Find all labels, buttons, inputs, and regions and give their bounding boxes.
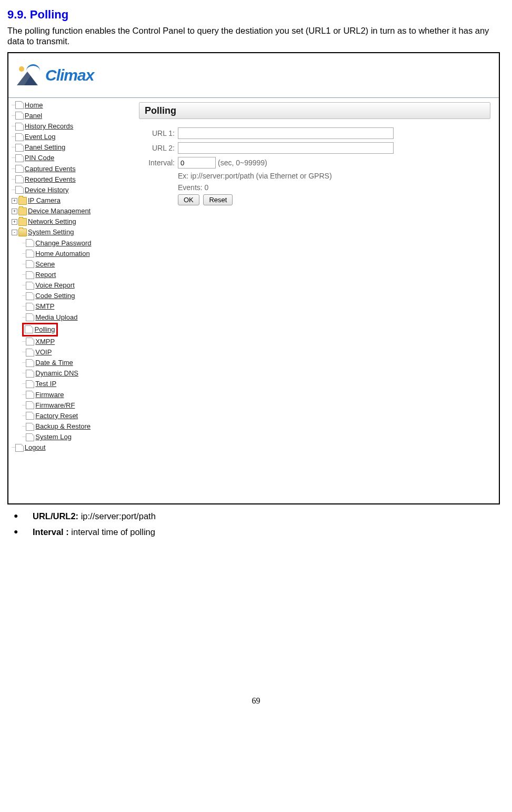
nav-code-setting[interactable]: Code Setting bbox=[35, 291, 75, 301]
page-icon bbox=[26, 349, 34, 357]
nav-home-automation[interactable]: Home Automation bbox=[35, 249, 89, 259]
nav-date-time[interactable]: Date & Time bbox=[35, 358, 73, 368]
nav-firmware-rf[interactable]: Firmware/RF bbox=[35, 400, 75, 411]
nav-voip[interactable]: VOIP bbox=[35, 347, 52, 358]
nav-backup-restore[interactable]: Backup & Restore bbox=[35, 421, 91, 432]
bullet-interval: Interval : interval time of polling bbox=[7, 527, 505, 538]
intro-paragraph: The polling function enables the Control… bbox=[7, 25, 505, 47]
reset-button[interactable]: Reset bbox=[203, 194, 233, 205]
bullet-list: URL/URL2: ip://server:port/path Interval… bbox=[7, 511, 505, 538]
url2-input[interactable] bbox=[178, 142, 394, 154]
page-icon bbox=[26, 271, 34, 279]
page-icon bbox=[15, 444, 24, 452]
nav-media-upload[interactable]: Media Upload bbox=[35, 312, 77, 323]
nav-system-log[interactable]: System Log bbox=[35, 432, 72, 442]
nav-dynamic-dns[interactable]: Dynamic DNS bbox=[35, 368, 78, 379]
nav-polling-highlight: Polling bbox=[22, 323, 57, 336]
nav-firmware[interactable]: Firmware bbox=[35, 390, 64, 400]
page-icon bbox=[15, 165, 24, 173]
nav-smtp[interactable]: SMTP bbox=[35, 301, 54, 312]
expand-icon[interactable]: + bbox=[12, 209, 17, 214]
nav-pin-code[interactable]: PIN Code bbox=[25, 153, 54, 163]
nav-panel[interactable]: Panel bbox=[25, 111, 42, 121]
ok-button[interactable]: OK bbox=[178, 194, 199, 205]
interval-label: Interval: bbox=[139, 159, 178, 168]
page-icon bbox=[26, 239, 34, 247]
nav-change-password[interactable]: Change Password bbox=[35, 238, 91, 249]
page-icon bbox=[26, 303, 34, 311]
page-icon bbox=[26, 359, 34, 367]
page-icon bbox=[26, 401, 34, 409]
page-icon bbox=[15, 112, 24, 120]
content-pane: Polling URL 1: URL 2: Interval: (sec, 0~… bbox=[130, 98, 499, 503]
page-icon bbox=[15, 186, 24, 194]
nav-device-management[interactable]: Device Management bbox=[28, 206, 91, 216]
nav-factory-reset[interactable]: Factory Reset bbox=[35, 411, 78, 421]
page-icon bbox=[26, 313, 34, 321]
page-icon bbox=[26, 433, 34, 441]
page-icon bbox=[15, 133, 24, 141]
page-icon bbox=[15, 123, 24, 131]
example-text: Ex: ip://server:port/path (via Ethernet … bbox=[178, 172, 490, 181]
nav-logout[interactable]: Logout bbox=[25, 442, 46, 453]
logo-icon bbox=[17, 65, 40, 85]
interval-input[interactable] bbox=[178, 157, 216, 169]
page-number: 69 bbox=[7, 696, 505, 706]
nav-system-setting[interactable]: System Setting bbox=[28, 227, 74, 237]
logo-text: Climax bbox=[45, 65, 94, 85]
folder-icon bbox=[18, 218, 27, 226]
screenshot-frame: Climax ┈Home ┈Panel ┈History Records ┈Ev… bbox=[7, 52, 500, 504]
bullet-url: URL/URL2: ip://server:port/path bbox=[7, 511, 505, 522]
nav-xmpp[interactable]: XMPP bbox=[35, 336, 55, 347]
nav-history-records[interactable]: History Records bbox=[25, 121, 73, 132]
page-icon bbox=[26, 260, 34, 268]
folder-icon bbox=[18, 197, 27, 205]
collapse-icon[interactable]: - bbox=[12, 230, 17, 235]
page-icon bbox=[15, 144, 24, 152]
nav-report[interactable]: Report bbox=[35, 270, 56, 280]
page-icon bbox=[26, 423, 34, 431]
folder-open-icon bbox=[18, 229, 27, 236]
banner: Climax bbox=[8, 53, 499, 98]
nav-scene[interactable]: Scene bbox=[35, 259, 55, 270]
nav-polling[interactable]: Polling bbox=[34, 324, 55, 335]
page-icon bbox=[26, 380, 34, 388]
page-icon bbox=[15, 101, 24, 109]
expand-icon[interactable]: + bbox=[12, 219, 17, 225]
nav-test-ip[interactable]: Test IP bbox=[35, 379, 56, 389]
page-icon bbox=[26, 412, 34, 420]
nav-voice-report[interactable]: Voice Report bbox=[35, 280, 74, 291]
nav-event-log[interactable]: Event Log bbox=[25, 132, 56, 142]
nav-reported-events[interactable]: Reported Events bbox=[25, 174, 76, 185]
expand-icon[interactable]: + bbox=[12, 198, 17, 204]
page-icon bbox=[15, 175, 24, 183]
nav-tree: ┈Home ┈Panel ┈History Records ┈Event Log… bbox=[8, 98, 130, 503]
page-icon bbox=[15, 154, 24, 162]
interval-hint: (sec, 0~99999) bbox=[218, 159, 267, 168]
nav-ip-camera[interactable]: IP Camera bbox=[28, 195, 61, 206]
page-icon bbox=[26, 338, 34, 345]
url1-label: URL 1: bbox=[139, 129, 178, 138]
page-icon bbox=[26, 391, 34, 399]
nav-home[interactable]: Home bbox=[25, 100, 43, 111]
page-icon bbox=[26, 282, 34, 290]
folder-icon bbox=[18, 207, 27, 215]
page-icon bbox=[25, 325, 33, 333]
url1-input[interactable] bbox=[178, 127, 394, 139]
panel-title: Polling bbox=[139, 102, 490, 120]
logo: Climax bbox=[17, 65, 94, 85]
nav-network-setting[interactable]: Network Setting bbox=[28, 216, 76, 227]
url2-label: URL 2: bbox=[139, 144, 178, 153]
section-title: 9.9. Polling bbox=[7, 7, 505, 22]
nav-captured-events[interactable]: Captured Events bbox=[25, 164, 76, 174]
page-icon bbox=[26, 250, 34, 258]
page-icon bbox=[26, 292, 34, 300]
page-icon bbox=[26, 370, 34, 378]
events-text: Events: 0 bbox=[178, 183, 490, 193]
nav-device-history[interactable]: Device History bbox=[25, 185, 69, 195]
nav-panel-setting[interactable]: Panel Setting bbox=[25, 142, 65, 153]
